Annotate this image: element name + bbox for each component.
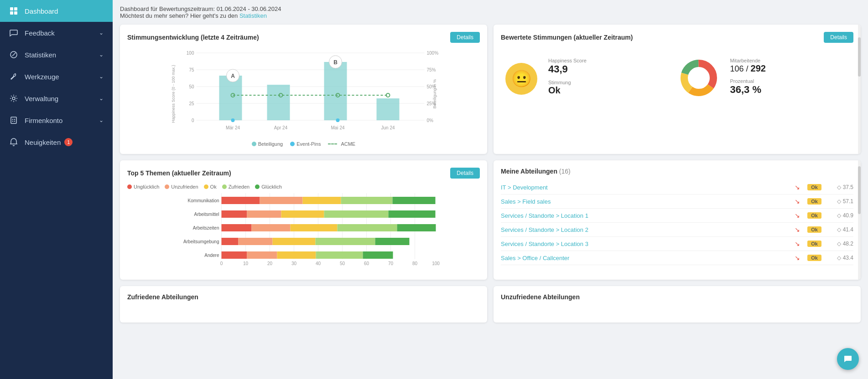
svg-text:Arbeitsumgebung: Arbeitsumgebung	[183, 239, 219, 244]
donut-chart	[678, 57, 719, 100]
scrollbar-thumb[interactable]	[858, 166, 861, 214]
building-icon	[9, 116, 18, 125]
svg-rect-82	[324, 210, 389, 218]
svg-text:50: 50	[189, 84, 194, 89]
card-title: Top 5 Themen (aktueller Zeitraum)	[127, 169, 231, 177]
chart-icon	[9, 50, 18, 59]
card-header: Unzufriedene Abteilungen	[501, 293, 853, 301]
chevron-down-icon: ⌄	[99, 51, 104, 58]
stimmungsentwicklung-card: Stimmungsentwicklung (letzte 4 Zeiträume…	[120, 25, 487, 154]
svg-rect-9	[12, 121, 13, 122]
chart-legend: Beteiligung Event-Pins ACME	[127, 141, 480, 147]
legend-label: ACME	[341, 141, 355, 147]
abteilung-name[interactable]: Services / Standorte > Location 1	[501, 212, 792, 219]
abteilung-name[interactable]: Services / Standorte > Location 3	[501, 241, 792, 247]
legend-eventpins: Event-Pins	[290, 141, 321, 147]
header-title: Dashboard für Bewertungszeitraum: 01.06.…	[120, 5, 281, 12]
notification-badge: 1	[64, 138, 73, 146]
acme-line	[328, 143, 337, 144]
svg-rect-79	[222, 210, 247, 218]
status-badge: Ok	[807, 212, 821, 219]
legend-beteiligung: Beteiligung	[252, 141, 283, 147]
sidebar-item-feedback[interactable]: Feedback ⌄	[0, 22, 113, 44]
top5-themen-card: Top 5 Themen (aktueller Zeitraum) Detail…	[120, 160, 487, 280]
mitarbeitende-label: Mitarbeitende	[730, 58, 849, 63]
sidebar-item-neuigkeiten[interactable]: Neuigkeiten 1	[0, 131, 113, 153]
mitarbeitende-value: 106 / 292	[730, 63, 849, 74]
abteilung-score: ◇ 41.4	[826, 226, 853, 233]
svg-text:80: 80	[412, 261, 418, 266]
svg-text:Andere: Andere	[204, 253, 219, 258]
svg-rect-35	[377, 98, 400, 120]
legend-label: Beteiligung	[258, 141, 283, 147]
svg-rect-88	[397, 224, 436, 231]
happiness-score-block: Happiness Score 43,9	[548, 58, 667, 75]
abteilung-name[interactable]: IT > Development	[501, 184, 792, 191]
unzufriedene-abteilungen-card: Unzufriedene Abteilungen	[494, 286, 861, 323]
sidebar-item-dashboard[interactable]: Dashboard	[0, 0, 113, 22]
svg-rect-6	[11, 117, 16, 123]
chevron-down-icon: ⌄	[99, 73, 104, 80]
svg-rect-83	[389, 210, 436, 218]
svg-rect-98	[363, 251, 393, 259]
sidebar-item-statistiken[interactable]: Statistiken ⌄	[0, 44, 113, 66]
bewertete-content: 😐 Happiness Score 43,9 Stimmung Ok	[501, 48, 853, 109]
top5-legend: Unglücklich Unzufrieden Ok Zufrieden Glü…	[127, 184, 480, 190]
svg-text:0: 0	[192, 118, 194, 123]
abteilung-name[interactable]: Sales > Office / Callcenter	[501, 255, 792, 261]
svg-text:B: B	[333, 59, 338, 66]
svg-text:0%: 0%	[427, 118, 434, 123]
chevron-down-icon: ⌄	[99, 95, 104, 102]
card-title: Meine Abteilungen (16)	[501, 168, 571, 175]
svg-rect-33	[267, 85, 290, 120]
trend-icon: ↘	[792, 240, 803, 247]
right-stats: Mitarbeitende 106 / 292 Prozentual 36,3 …	[730, 58, 849, 100]
sidebar-item-verwaltung[interactable]: Verwaltung ⌄	[0, 87, 113, 109]
wrench-icon	[9, 72, 18, 81]
top5-details-button[interactable]: Details	[450, 168, 480, 179]
svg-text:Mär 24: Mär 24	[226, 125, 240, 130]
abteilung-name[interactable]: Services / Standorte > Location 2	[501, 226, 792, 233]
legend-gluecklich: Glücklich	[255, 184, 282, 190]
svg-text:Arbeitsmittel: Arbeitsmittel	[194, 212, 219, 217]
svg-rect-86	[291, 224, 338, 231]
svg-text:100%: 100%	[427, 51, 439, 56]
scrollbar-track	[858, 160, 861, 280]
card-header: Meine Abteilungen (16)	[501, 168, 853, 175]
sidebar-item-werkzeuge[interactable]: Werkzeuge ⌄	[0, 66, 113, 87]
svg-rect-75	[260, 197, 303, 204]
abteilung-name[interactable]: Sales > Field sales	[501, 198, 792, 205]
sidebar-item-firmenkonto[interactable]: Firmenkonto ⌄	[0, 109, 113, 131]
svg-text:40: 40	[316, 261, 321, 266]
svg-point-40	[231, 118, 235, 122]
stimmung-label: Stimmung	[548, 80, 667, 85]
statistiken-link[interactable]: Statistiken	[239, 12, 267, 19]
svg-point-5	[12, 97, 15, 100]
top-row: Stimmungsentwicklung (letzte 4 Zeiträume…	[120, 25, 861, 154]
eventpins-color	[290, 142, 295, 146]
stimmungsentwicklung-details-button[interactable]: Details	[450, 32, 480, 43]
svg-text:Arbeitszeiten: Arbeitszeiten	[193, 225, 219, 230]
abteilung-row-1: Sales > Field sales ↘ Ok ◇ 57.1	[501, 195, 853, 209]
svg-rect-0	[10, 7, 13, 10]
chat-button[interactable]	[837, 348, 859, 370]
header-subtitle-pre: Möchtest du mehr sehen? Hier geht's zu d…	[120, 12, 239, 19]
scrollbar-thumb[interactable]	[858, 37, 861, 76]
stimmung-value: Ok	[548, 85, 667, 96]
card-header: Stimmungsentwicklung (letzte 4 Zeiträume…	[127, 32, 480, 43]
card-title: Zufriedene Abteilungen	[127, 293, 198, 301]
legend-acme: ACME	[328, 141, 355, 147]
bewertete-details-button[interactable]: Details	[824, 32, 853, 43]
abteilung-row-2: Services / Standorte > Location 1 ↘ Ok ◇…	[501, 209, 853, 223]
status-badge: Ok	[807, 255, 821, 261]
status-badge: Ok	[807, 226, 821, 233]
svg-rect-91	[273, 238, 316, 245]
svg-text:A: A	[231, 73, 235, 79]
meine-abteilungen-card: Meine Abteilungen (16) IT > Development …	[494, 160, 861, 280]
svg-rect-7	[12, 119, 13, 120]
abteilung-row-0: IT > Development ↘ Ok ◇ 37.5	[501, 180, 853, 195]
svg-text:75: 75	[189, 67, 194, 72]
svg-rect-96	[277, 251, 316, 259]
abteilung-score: ◇ 57.1	[826, 198, 853, 205]
svg-rect-84	[222, 224, 252, 231]
